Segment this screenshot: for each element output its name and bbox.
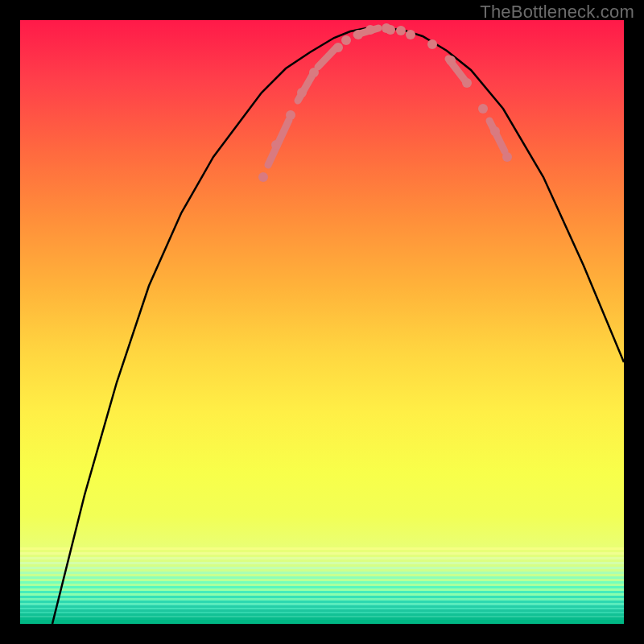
data-point bbox=[502, 152, 512, 162]
data-point bbox=[396, 26, 406, 35]
data-point-markers bbox=[258, 23, 512, 182]
plot-area bbox=[20, 20, 624, 624]
watermark-text: TheBottleneck.com bbox=[480, 2, 634, 23]
data-segment bbox=[318, 48, 336, 67]
data-point bbox=[341, 35, 351, 45]
data-point bbox=[406, 30, 415, 39]
bottleneck-curve bbox=[52, 28, 624, 624]
data-point bbox=[271, 140, 281, 150]
data-point bbox=[365, 25, 375, 35]
data-point bbox=[297, 88, 307, 97]
data-point bbox=[446, 56, 456, 65]
data-point bbox=[258, 172, 268, 182]
data-point bbox=[382, 23, 391, 33]
data-point bbox=[333, 43, 343, 52]
curve-svg bbox=[20, 20, 624, 624]
data-point bbox=[286, 110, 295, 120]
data-point bbox=[309, 68, 319, 77]
data-point bbox=[490, 126, 500, 136]
data-segment bbox=[489, 121, 505, 151]
data-point bbox=[427, 39, 437, 49]
data-point bbox=[462, 78, 472, 88]
data-point bbox=[478, 104, 488, 114]
